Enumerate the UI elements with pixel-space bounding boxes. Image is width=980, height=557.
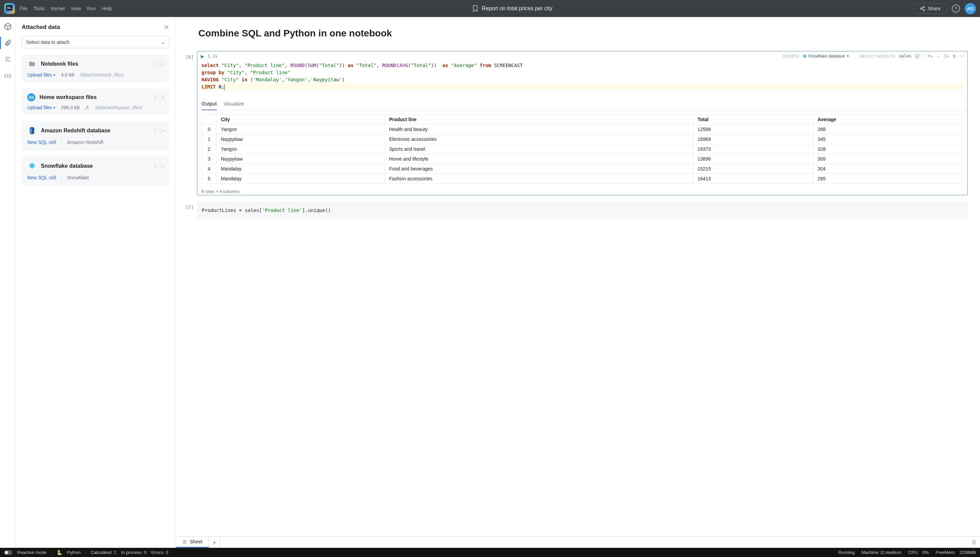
redshift-icon [27, 126, 37, 135]
select-placeholder: Select data to attach [26, 39, 70, 45]
table-cell: 19373 [693, 144, 814, 154]
new-sql-cell-link[interactable]: New SQL cell [27, 140, 56, 145]
expand-icon[interactable]: › [162, 163, 164, 169]
share-button[interactable]: Share [913, 3, 947, 14]
table-row[interactable]: 2YangonSports and travel19373328 [202, 144, 963, 154]
running-status: Running [838, 550, 855, 555]
table-cell: Naypyitaw [217, 134, 385, 144]
more-icon[interactable]: ⋯ [960, 54, 964, 59]
sheet-menu-icon[interactable]: ☰ [968, 537, 980, 548]
table-row[interactable]: 0YangonHealth and beauty12598268 [202, 125, 963, 134]
inprocess-status: In process: 0 [121, 550, 147, 555]
sheet-tabs: Sheet ＋ ☰ [176, 536, 980, 548]
more-icon[interactable]: ⋮ [153, 61, 158, 67]
add-sheet-button[interactable]: ＋ [209, 537, 220, 548]
table-row[interactable]: 5MandalayFashion accessories16413265 [202, 174, 963, 184]
rail-variable-icon[interactable]: (x) [3, 71, 13, 80]
add-icon[interactable]: ＋ [936, 54, 940, 59]
table-row[interactable]: 3NaypyitawHome and lifestyle13896309 [202, 154, 963, 164]
notebook-area: Combine SQL and Python in one notebook [… [176, 17, 980, 548]
table-cell: 16413 [693, 174, 814, 184]
python-icon: 🐍 [57, 550, 62, 555]
expand-icon[interactable]: › [162, 61, 164, 67]
menu-run[interactable]: Run [87, 6, 96, 11]
card-notebook-files: Notebook files ⋮ › Upload files ▾ 4.0 kB… [22, 54, 169, 82]
python-cell[interactable]: ProductLines = sales['Product line'].uni… [197, 202, 968, 219]
mem-label: FreeMem: [936, 550, 956, 555]
table-cell: Naypyitaw [217, 154, 385, 164]
warning-icon[interactable]: ⚠ [85, 105, 90, 110]
expand-icon[interactable]: › [162, 128, 164, 134]
table-cell: 265 [813, 174, 963, 184]
delete-icon[interactable]: 🗑 [952, 54, 957, 59]
bookmark-icon[interactable] [472, 5, 478, 12]
table-row[interactable]: 4MandalayFood and beverages15215304 [202, 164, 963, 174]
table-header: Product line [385, 115, 693, 125]
edit-icon[interactable] [915, 54, 920, 59]
table-header [202, 115, 217, 125]
sql-cell[interactable]: ▶ 1.2s SOURCE ✽Snowflake database ▼ RESU… [197, 51, 968, 195]
errors-status: Errors: 0 [151, 550, 168, 555]
table-cell: Fashion accessories [385, 174, 693, 184]
new-sql-cell-link[interactable]: New SQL cell [27, 175, 56, 180]
run-cell-button[interactable]: ▶ [201, 54, 204, 59]
expand-icon[interactable]: › [162, 94, 164, 100]
layers-icon[interactable]: ☰▾ [944, 54, 949, 59]
more-icon[interactable]: ⋮ [153, 128, 158, 134]
menu-help[interactable]: Help [102, 6, 112, 11]
chevron-down-icon: ▾ [54, 106, 55, 110]
menu-file[interactable]: File [20, 6, 28, 11]
upload-files-link[interactable]: Upload files ▾ [27, 72, 55, 78]
select-data-dropdown[interactable]: Select data to attach ⌄ [22, 36, 169, 48]
card-title: Snowflake database [41, 163, 149, 169]
menu-kernel[interactable]: Kernel [51, 6, 64, 11]
table-row[interactable]: 1NaypyitawElectronic accessories18969345 [202, 134, 963, 144]
main-menu: File Tools Kernel View Run Help [20, 6, 112, 11]
menu-view[interactable]: View [71, 6, 81, 11]
cell-8: [8] ▶ 1.2s SOURCE ✽Snowflake database ▼ … [183, 51, 968, 195]
machine-status: Machine: t2.medium [861, 550, 902, 555]
sql-code-editor[interactable]: select "City", "Product line", ROUND(SUM… [197, 60, 967, 94]
tab-output[interactable]: Output [202, 101, 217, 110]
svg-point-1 [920, 8, 922, 9]
file-size: 4.0 kB [61, 72, 75, 78]
table-cell: Home and lifestyle [385, 154, 693, 164]
snowflake-icon: ✽ [27, 161, 37, 171]
svg-point-3 [915, 54, 920, 59]
more-icon[interactable]: ⋮ [153, 163, 158, 169]
help-button[interactable]: ? [952, 5, 960, 13]
cell-number: [8] [183, 51, 194, 195]
visibility-icon[interactable]: 👁▾ [927, 54, 933, 59]
document-title[interactable]: Report on total prices per city [482, 5, 552, 11]
output-tabs: Output Visualize [197, 94, 967, 110]
notebook-title[interactable]: Combine SQL and Python in one notebook [199, 28, 968, 39]
kernel-name[interactable]: Python [67, 550, 81, 555]
calculated-status: Calculated: 2 [91, 550, 116, 555]
rail-cube-icon[interactable] [3, 22, 13, 31]
user-avatar[interactable]: AG [965, 3, 976, 14]
table-cell: 1 [202, 134, 217, 144]
svg-point-2 [923, 10, 925, 11]
table-header: Total [693, 115, 814, 125]
upload-files-link[interactable]: Upload files ▾ [27, 105, 55, 110]
python-code-editor[interactable]: ProductLines = sales['Product line'].uni… [202, 208, 963, 213]
close-panel-button[interactable]: ✕ [164, 23, 169, 31]
source-dropdown[interactable]: ✽Snowflake database ▼ [803, 54, 849, 59]
result-variable[interactable]: sales [899, 54, 911, 59]
chevron-down-icon: ⌄ [161, 39, 165, 45]
more-icon[interactable]: ⋮ [153, 94, 158, 100]
rail-attach-icon[interactable] [3, 38, 13, 48]
table-cell: 18969 [693, 134, 814, 144]
table-cell: 4 [202, 164, 217, 174]
reactive-toggle[interactable] [4, 550, 12, 555]
snowflake-icon: ✽ [803, 54, 807, 59]
tab-visualize[interactable]: Visualize [223, 101, 244, 110]
sidebar-title: Attached data [22, 24, 60, 31]
file-path: /data/workspace_files/ [95, 105, 142, 110]
rail-outline-icon[interactable] [3, 54, 13, 64]
menu-tools[interactable]: Tools [34, 6, 45, 11]
sheet-tab[interactable]: Sheet [176, 537, 209, 548]
result-label: RESULT SAVED TO [860, 54, 895, 58]
table-cell: 304 [813, 164, 963, 174]
card-snowflake: ✽ Snowflake database ⋮ › New SQL cell Sn… [22, 156, 169, 186]
